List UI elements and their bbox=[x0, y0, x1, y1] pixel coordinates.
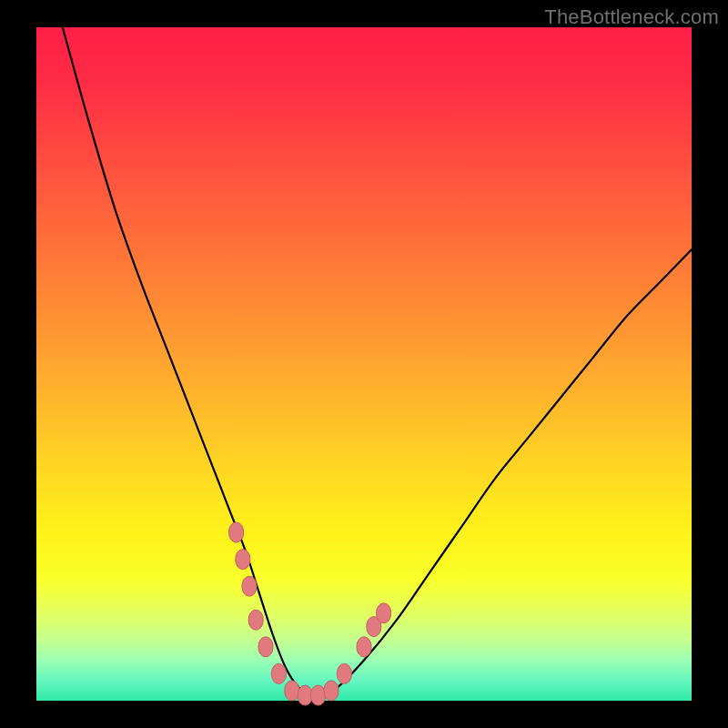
curve-marker bbox=[298, 685, 312, 705]
chart-svg bbox=[36, 27, 692, 701]
marker-layer bbox=[229, 522, 391, 705]
curve-marker bbox=[229, 522, 244, 542]
curve-marker bbox=[236, 550, 250, 570]
chart-frame: TheBottleneck.com bbox=[0, 0, 728, 728]
curve-marker bbox=[258, 637, 273, 657]
watermark-text: TheBottleneck.com bbox=[544, 5, 719, 29]
curve-marker bbox=[271, 663, 286, 683]
curve-marker bbox=[248, 610, 263, 630]
curve-marker bbox=[337, 663, 351, 683]
curve-marker bbox=[242, 576, 257, 596]
curve-marker bbox=[324, 681, 339, 701]
curve-marker bbox=[377, 603, 391, 623]
curve-marker bbox=[285, 681, 299, 701]
curve-marker bbox=[357, 637, 371, 657]
plot-area bbox=[36, 27, 692, 701]
curve-marker bbox=[311, 685, 326, 705]
bottleneck-curve bbox=[63, 27, 692, 695]
